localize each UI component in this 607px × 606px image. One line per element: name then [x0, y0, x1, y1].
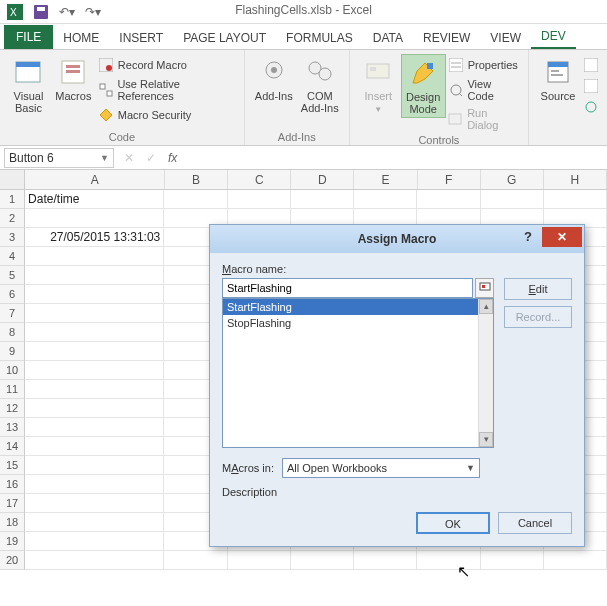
col-header-G[interactable]: G	[481, 170, 544, 189]
cell-A5[interactable]	[25, 266, 164, 285]
name-box[interactable]: Button 6▼	[4, 148, 114, 168]
row-header-8[interactable]: 8	[0, 323, 25, 342]
cancel-button[interactable]: Cancel	[498, 512, 572, 534]
undo-icon[interactable]: ↶▾	[56, 2, 78, 22]
cell-A4[interactable]	[25, 247, 164, 266]
macro-security-button[interactable]: Macro Security	[96, 106, 238, 124]
col-header-D[interactable]: D	[291, 170, 354, 189]
cell-D1[interactable]	[291, 190, 354, 209]
row-header-19[interactable]: 19	[0, 532, 25, 551]
macros-in-select[interactable]: All Open Workbooks ▼	[282, 458, 480, 478]
cell-A12[interactable]	[25, 399, 164, 418]
cell-A8[interactable]	[25, 323, 164, 342]
ok-button[interactable]: OK	[416, 512, 490, 534]
cell-F20[interactable]	[417, 551, 480, 570]
visual-basic-button[interactable]: Visual Basic	[6, 54, 51, 116]
row-header-5[interactable]: 5	[0, 266, 25, 285]
scroll-up-icon[interactable]: ▴	[479, 299, 493, 314]
record-macro-button[interactable]: Record Macro	[96, 56, 238, 74]
edit-button[interactable]: Edit	[504, 278, 572, 300]
cell-C1[interactable]	[228, 190, 291, 209]
col-header-H[interactable]: H	[544, 170, 607, 189]
row-header-16[interactable]: 16	[0, 475, 25, 494]
macro-list-scrollbar[interactable]: ▴ ▾	[478, 299, 493, 447]
cell-E20[interactable]	[354, 551, 417, 570]
run-dialog-button[interactable]: Run Dialog	[446, 106, 522, 132]
row-header-4[interactable]: 4	[0, 247, 25, 266]
dialog-titlebar[interactable]: Assign Macro ? ✕	[210, 225, 584, 253]
col-header-E[interactable]: E	[354, 170, 417, 189]
row-header-3[interactable]: 3	[0, 228, 25, 247]
cell-A3[interactable]: 27/05/2015 13:31:03	[25, 228, 164, 247]
cell-A9[interactable]	[25, 342, 164, 361]
cell-D20[interactable]	[291, 551, 354, 570]
cell-A17[interactable]	[25, 494, 164, 513]
row-header-9[interactable]: 9	[0, 342, 25, 361]
tab-insert[interactable]: INSERT	[109, 27, 173, 49]
row-header-12[interactable]: 12	[0, 399, 25, 418]
design-mode-button[interactable]: Design Mode	[401, 54, 446, 118]
macro-item-startflashing[interactable]: StartFlashing	[223, 299, 493, 315]
cell-C20[interactable]	[228, 551, 291, 570]
xml-row1[interactable]	[581, 56, 601, 74]
com-addins-button[interactable]: COM Add-Ins	[297, 54, 343, 116]
tab-data[interactable]: DATA	[363, 27, 413, 49]
row-header-7[interactable]: 7	[0, 304, 25, 323]
row-header-18[interactable]: 18	[0, 513, 25, 532]
col-header-C[interactable]: C	[228, 170, 291, 189]
row-header-14[interactable]: 14	[0, 437, 25, 456]
row-header-11[interactable]: 11	[0, 380, 25, 399]
cell-A20[interactable]	[25, 551, 164, 570]
cell-A19[interactable]	[25, 532, 164, 551]
cancel-formula-icon[interactable]: ✕	[118, 151, 140, 165]
cell-A13[interactable]	[25, 418, 164, 437]
name-box-dropdown-icon[interactable]: ▼	[100, 153, 109, 163]
row-header-6[interactable]: 6	[0, 285, 25, 304]
cell-A2[interactable]	[25, 209, 164, 228]
cell-F1[interactable]	[417, 190, 480, 209]
tab-view[interactable]: VIEW	[480, 27, 531, 49]
excel-icon[interactable]: X	[4, 2, 26, 22]
col-header-B[interactable]: B	[165, 170, 228, 189]
save-icon[interactable]	[30, 2, 52, 22]
select-all-corner[interactable]	[0, 170, 25, 189]
macro-listbox[interactable]: StartFlashing StopFlashing ▴ ▾	[222, 298, 494, 448]
cell-A11[interactable]	[25, 380, 164, 399]
macros-button[interactable]: Macros	[51, 54, 96, 104]
cell-H1[interactable]	[544, 190, 607, 209]
row-header-20[interactable]: 20	[0, 551, 25, 570]
dialog-close-button[interactable]: ✕	[542, 227, 582, 247]
cell-A16[interactable]	[25, 475, 164, 494]
cell-G20[interactable]	[481, 551, 544, 570]
row-header-10[interactable]: 10	[0, 361, 25, 380]
refedit-button[interactable]	[475, 278, 494, 298]
fx-icon[interactable]: fx	[162, 151, 177, 165]
cell-A7[interactable]	[25, 304, 164, 323]
scroll-down-icon[interactable]: ▾	[479, 432, 493, 447]
enter-formula-icon[interactable]: ✓	[140, 151, 162, 165]
cell-B20[interactable]	[164, 551, 227, 570]
tab-formulas[interactable]: FORMULAS	[276, 27, 363, 49]
cell-A15[interactable]	[25, 456, 164, 475]
cell-A1[interactable]: Date/time	[25, 190, 164, 209]
redo-icon[interactable]: ↷▾	[82, 2, 104, 22]
tab-review[interactable]: REVIEW	[413, 27, 480, 49]
xml-row3[interactable]	[581, 98, 601, 116]
cell-G1[interactable]	[481, 190, 544, 209]
cell-A6[interactable]	[25, 285, 164, 304]
insert-control-button[interactable]: Insert▼	[356, 54, 401, 116]
cell-A10[interactable]	[25, 361, 164, 380]
cell-A18[interactable]	[25, 513, 164, 532]
use-relative-button[interactable]: Use Relative References	[96, 77, 238, 103]
cell-E1[interactable]	[354, 190, 417, 209]
row-header-15[interactable]: 15	[0, 456, 25, 475]
macro-name-input[interactable]	[222, 278, 473, 298]
view-code-button[interactable]: View Code	[446, 77, 522, 103]
col-header-F[interactable]: F	[418, 170, 481, 189]
addins-button[interactable]: Add-Ins	[251, 54, 297, 104]
source-button[interactable]: Source	[535, 54, 581, 104]
row-header-17[interactable]: 17	[0, 494, 25, 513]
cell-B1[interactable]	[164, 190, 227, 209]
row-header-2[interactable]: 2	[0, 209, 25, 228]
row-header-1[interactable]: 1	[0, 190, 25, 209]
